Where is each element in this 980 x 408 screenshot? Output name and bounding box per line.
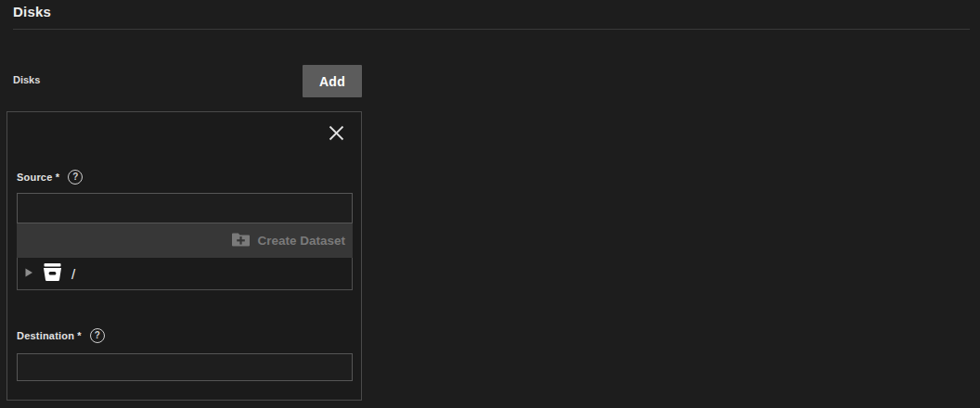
source-input[interactable] [17,193,353,223]
close-button[interactable] [326,122,346,143]
disks-page: Disks Disks Add Source * ? [0,0,980,408]
source-label: Source * [17,172,59,183]
source-help-icon[interactable]: ? [68,170,83,185]
disks-field-label: Disks [13,74,40,85]
source-label-row: Source * ? [17,170,83,185]
folder-plus-icon [231,232,251,250]
create-dataset-label: Create Dataset [257,234,345,248]
destination-input[interactable] [17,353,353,381]
disk-form-panel: Source * ? Create Dataset [6,111,362,401]
create-dataset-button[interactable]: Create Dataset [231,232,345,250]
page-title: Disks [13,4,51,19]
dataset-tree-root-row[interactable]: / [17,258,353,290]
destination-help-icon[interactable]: ? [90,328,105,343]
create-dataset-row: Create Dataset [17,223,353,258]
destination-label: Destination * [17,330,82,341]
add-button[interactable]: Add [303,65,362,97]
source-combo: Create Dataset / [17,193,353,290]
dataset-bucket-icon [42,262,63,286]
destination-label-row: Destination * ? [17,328,105,343]
tree-node-label: / [71,266,75,282]
close-icon [328,124,345,142]
tree-expander-icon[interactable] [24,265,33,282]
title-divider [13,29,970,30]
